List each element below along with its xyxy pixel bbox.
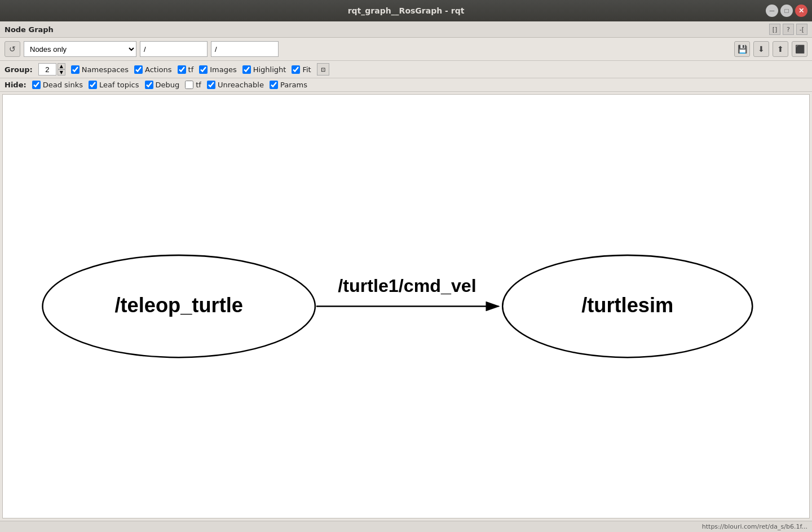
unreachable-label: Unreachable xyxy=(218,81,264,89)
fit-checkbox[interactable] xyxy=(292,65,300,74)
main-window: Node Graph [] ? -[ ↺ Nodes only Nodes/To… xyxy=(0,21,812,532)
load-button[interactable]: ⬇ xyxy=(753,41,769,57)
debug-label: Debug xyxy=(156,81,180,89)
highlight-label: Highlight xyxy=(253,65,286,74)
tf-group-checkbox-item[interactable]: tf xyxy=(178,65,194,74)
node-teleop-turtle-label: /teleop_turtle xyxy=(114,294,243,317)
leaf-topics-checkbox[interactable] xyxy=(89,81,97,89)
spin-down-arrow[interactable]: ▼ xyxy=(58,69,65,76)
images-label: Images xyxy=(210,65,237,74)
fit-view-button[interactable]: ⊡ xyxy=(317,63,329,76)
filter-input-2[interactable] xyxy=(211,41,279,57)
params-checkbox-item[interactable]: Params xyxy=(270,81,307,89)
params-label: Params xyxy=(280,81,307,89)
minimize-button[interactable]: ─ xyxy=(766,5,778,17)
hide-options-row: Hide: Dead sinks Leaf topics Debug tf Un… xyxy=(0,78,812,92)
unreachable-checkbox[interactable] xyxy=(207,81,215,89)
graph-canvas[interactable]: /teleop_turtle /turtlesim /turtle1/cmd_v… xyxy=(2,94,810,518)
namespaces-checkbox[interactable] xyxy=(71,65,80,74)
window-title: rqt_graph__RosGraph - rqt xyxy=(348,6,465,15)
save-button[interactable]: 💾 xyxy=(734,41,750,57)
spinbox-arrows: ▲ ▼ xyxy=(58,63,65,76)
screenshot-button[interactable]: ⬛ xyxy=(792,41,807,57)
title-bar-controls: ─ □ ✕ xyxy=(766,5,807,17)
hide-label: Hide: xyxy=(5,81,27,89)
tf-group-checkbox[interactable] xyxy=(178,65,186,74)
export-button[interactable]: ⬆ xyxy=(773,41,788,57)
debug-checkbox-item[interactable]: Debug xyxy=(145,81,180,89)
close-panel-button[interactable]: -[ xyxy=(796,24,807,35)
actions-label: Actions xyxy=(145,65,172,74)
display-mode-dropdown[interactable]: Nodes only Nodes/Topics (all) Nodes/Topi… xyxy=(24,41,136,57)
dead-sinks-checkbox-item[interactable]: Dead sinks xyxy=(32,81,83,89)
highlight-checkbox[interactable] xyxy=(242,65,251,74)
node-turtlesim-label: /turtlesim xyxy=(581,294,673,317)
maximize-button[interactable]: □ xyxy=(780,5,793,17)
group-label: Group: xyxy=(5,65,33,74)
namespaces-label: Namespaces xyxy=(82,65,129,74)
tf-hide-checkbox-item[interactable]: tf xyxy=(185,81,201,89)
toolbar: ↺ Nodes only Nodes/Topics (all) Nodes/To… xyxy=(0,38,812,61)
edge-label: /turtle1/cmd_vel xyxy=(338,276,476,296)
images-checkbox[interactable] xyxy=(199,65,208,74)
tf-group-label: tf xyxy=(188,65,194,74)
group-spinbox: ▲ ▼ xyxy=(38,63,65,76)
fit-checkbox-item[interactable]: Fit xyxy=(292,65,311,74)
window-header: Node Graph [] ? -[ xyxy=(0,21,812,38)
params-checkbox[interactable] xyxy=(270,81,278,89)
undock-button[interactable]: [] xyxy=(769,24,780,35)
group-options-row: Group: ▲ ▼ Namespaces Actions tf Images … xyxy=(0,61,812,78)
fit-label: Fit xyxy=(302,65,311,74)
refresh-button[interactable]: ↺ xyxy=(5,41,20,57)
tf-hide-label: tf xyxy=(196,81,201,89)
debug-checkbox[interactable] xyxy=(145,81,153,89)
group-value-input[interactable] xyxy=(38,63,56,76)
images-checkbox-item[interactable]: Images xyxy=(199,65,237,74)
title-bar: rqt_graph__RosGraph - rqt ─ □ ✕ xyxy=(0,0,812,21)
tf-hide-checkbox[interactable] xyxy=(185,81,193,89)
graph-svg: /teleop_turtle /turtlesim /turtle1/cmd_v… xyxy=(3,95,809,518)
leaf-topics-checkbox-item[interactable]: Leaf topics xyxy=(89,81,139,89)
highlight-checkbox-item[interactable]: Highlight xyxy=(242,65,286,74)
actions-checkbox-item[interactable]: Actions xyxy=(134,65,172,74)
close-button[interactable]: ✕ xyxy=(795,5,807,17)
namespaces-checkbox-item[interactable]: Namespaces xyxy=(71,65,129,74)
leaf-topics-label: Leaf topics xyxy=(99,81,139,89)
help-button[interactable]: ? xyxy=(783,24,794,35)
status-bar: https://blouri.com/ret/da_s/b6.1f... xyxy=(0,521,812,532)
unreachable-checkbox-item[interactable]: Unreachable xyxy=(207,81,264,89)
window-header-controls: [] ? -[ xyxy=(769,24,807,35)
dead-sinks-label: Dead sinks xyxy=(43,81,83,89)
dead-sinks-checkbox[interactable] xyxy=(32,81,41,89)
status-url: https://blouri.com/ret/da_s/b6.1f... xyxy=(702,523,807,530)
spin-up-arrow[interactable]: ▲ xyxy=(58,63,65,69)
actions-checkbox[interactable] xyxy=(134,65,143,74)
node-graph-title: Node Graph xyxy=(5,25,54,34)
filter-input-1[interactable] xyxy=(140,41,208,57)
